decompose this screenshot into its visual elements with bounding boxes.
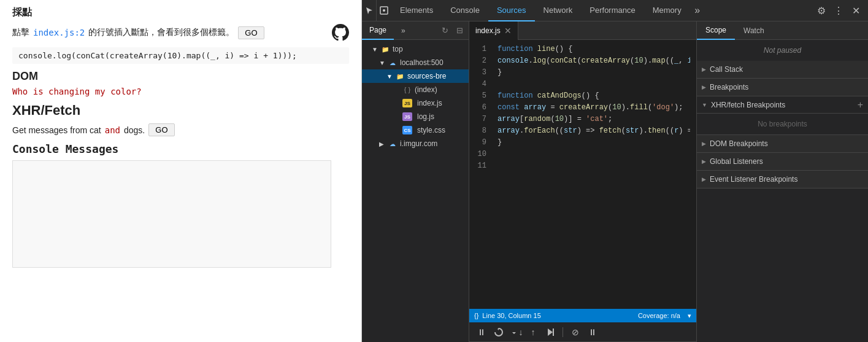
tab-network[interactable]: Network: [535, 0, 582, 21]
global-listeners-section: ▶ Global Listeners: [697, 153, 868, 171]
devtools-topbar: Elements Console Sources Network Perform…: [362, 0, 868, 21]
svg-point-1: [383, 9, 385, 12]
line-num-6: 6: [469, 102, 491, 114]
tab-sources[interactable]: Sources: [488, 0, 535, 21]
coverage-dropdown-icon[interactable]: ▾: [688, 312, 691, 320]
who-line: Who is changing my color?: [12, 87, 349, 96]
line-num-11: 11: [469, 160, 491, 172]
line-num-1: 1: [469, 44, 491, 55]
page-tab[interactable]: Page: [362, 21, 394, 40]
tree-content: ▼ 📁 top ▼ ☁ localhost:500 ▼ 📁 sources-br…: [362, 40, 469, 342]
devtools-panel: Elements Console Sources Network Perform…: [362, 0, 868, 342]
add-xhr-breakpoint-button[interactable]: +: [858, 99, 863, 111]
step-out-button[interactable]: ↑: [526, 325, 540, 340]
tree-item-top[interactable]: ▼ 📁 top: [362, 42, 469, 56]
code-editor: 1 2 3 4 5 6 7 8 9 10 11 function line() …: [469, 40, 696, 309]
code-line-2: console.log(conCat(createArray(10).map((…: [497, 55, 684, 67]
xhr-arrow: ▼: [702, 102, 707, 108]
get-text2: dogs.: [124, 125, 145, 135]
close-devtools-button[interactable]: ✕: [848, 3, 863, 18]
tab-performance[interactable]: Performance: [581, 0, 643, 21]
dom-breakpoints-header[interactable]: ▶ DOM Breakpoints: [697, 135, 868, 152]
status-left: {} Line 30, Column 15: [474, 312, 541, 319]
position-label: Line 30, Column 15: [482, 312, 540, 319]
tree-item-style-css[interactable]: CS style.css: [362, 123, 469, 137]
tree-item-localhost[interactable]: ▼ ☁ localhost:500: [362, 56, 469, 69]
line-num-7: 7: [469, 114, 491, 125]
inspect-icon[interactable]: [377, 0, 391, 21]
tab-console[interactable]: Console: [442, 0, 488, 21]
deactivate-breakpoints-button[interactable]: ⊘: [568, 325, 583, 340]
sync-icon[interactable]: ↻: [438, 24, 451, 37]
scope-tab[interactable]: Scope: [697, 21, 735, 40]
code-tab-index-js[interactable]: index.js ✕: [469, 21, 518, 40]
code-line-6: const array = createArray(10).fill('dog'…: [497, 102, 684, 114]
close-tab-icon[interactable]: ✕: [504, 26, 512, 35]
step-into-button[interactable]: ↓: [509, 325, 523, 340]
more-tabs-button[interactable]: »: [690, 3, 705, 18]
console-messages-title: Console Messages: [12, 142, 349, 155]
code-line-9: }: [497, 137, 684, 149]
click-text2: 的行號插入斷點，會看到很多個標籤。: [88, 27, 234, 38]
line-num-3: 3: [469, 67, 491, 79]
code-line-10: [497, 149, 684, 160]
settings-icon[interactable]: ⚙: [814, 3, 829, 18]
get-text1: Get messages from cat: [12, 125, 101, 135]
call-stack-header[interactable]: ▶ Call Stack: [697, 61, 868, 78]
dom-section-title: DOM: [12, 70, 349, 83]
status-right: Coverage: n/a ▾: [638, 312, 691, 320]
xhr-breakpoints-content: No breakpoints: [697, 114, 868, 134]
cursor-icon[interactable]: [362, 0, 377, 21]
code-line-11: [497, 160, 684, 172]
sources-area: Page » ↻ ⊟ ▼ 📁 top ▼: [362, 21, 868, 342]
get-messages-line: Get messages from cat and dogs. GO: [12, 123, 349, 136]
gl-arrow: ▶: [702, 158, 706, 165]
code-content[interactable]: function line() { console.log(conCat(cre…: [491, 40, 690, 309]
more-file-tabs[interactable]: »: [394, 21, 413, 40]
tree-item-index-js[interactable]: JS index.js: [362, 96, 469, 110]
code-line-1: function line() {: [497, 44, 684, 55]
and-word: and: [105, 125, 120, 135]
file-tree-tabs: Page » ↻ ⊟: [362, 21, 469, 40]
new-folder-icon[interactable]: ⊟: [453, 24, 466, 37]
pretty-print-icon[interactable]: {}: [474, 312, 478, 319]
global-listeners-header[interactable]: ▶ Global Listeners: [697, 153, 868, 170]
tab-elements[interactable]: Elements: [391, 0, 442, 21]
tree-item-index-html[interactable]: { } (index): [362, 83, 469, 96]
watch-tab[interactable]: Watch: [735, 21, 773, 40]
go-button-1[interactable]: GO: [238, 26, 264, 39]
tree-item-imgur[interactable]: ▶ ☁ i.imgur.com: [362, 137, 469, 150]
click-text1: 點擊: [12, 27, 29, 38]
line-num-9: 9: [469, 137, 491, 149]
click-instruction: 點擊 index.js:2 的行號插入斷點，會看到很多個標籤。 GO: [12, 24, 349, 41]
no-breakpoints-label: No breakpoints: [702, 116, 863, 132]
line-num-8: 8: [469, 125, 491, 137]
breakpoints-header[interactable]: ▶ Breakpoints: [697, 79, 868, 96]
debug-separator-1: [563, 327, 563, 337]
code-tabs: index.js ✕: [469, 21, 696, 40]
right-panels: Scope Watch Not paused ▶ Call Stack ▶ B: [696, 21, 868, 342]
step-over-button[interactable]: [491, 325, 506, 340]
xhr-breakpoints-header[interactable]: ▼ XHR/fetch Breakpoints +: [697, 96, 868, 114]
kebab-menu-icon[interactable]: ⋮: [831, 3, 846, 18]
page-title-zh: 採點: [12, 6, 349, 19]
event-listener-header[interactable]: ▶ Event Listener Breakpoints: [697, 171, 868, 188]
line-num-10: 10: [469, 149, 491, 160]
scrollbar[interactable]: [690, 40, 696, 309]
call-stack-section: ▶ Call Stack: [697, 61, 868, 79]
index-js-link[interactable]: index.js:2: [33, 28, 85, 37]
continue-button[interactable]: [543, 325, 558, 340]
code-line-8: array.forEach((str) => fetch(str).then((…: [497, 125, 684, 137]
debug-toolbar: ⏸ ↓ ↑: [469, 322, 696, 342]
dom-breakpoints-section: ▶ DOM Breakpoints: [697, 135, 868, 153]
pause-on-exceptions-button[interactable]: ⏸: [585, 325, 600, 340]
code-line-3: }: [497, 67, 684, 79]
tree-item-log-js[interactable]: JS log.js: [362, 110, 469, 123]
tree-item-sources-bre[interactable]: ▼ 📁 sources-bre: [362, 69, 469, 83]
line-num-2: 2: [469, 55, 491, 67]
go-button-2[interactable]: GO: [148, 123, 174, 136]
svg-rect-2: [553, 328, 554, 336]
line-num-4: 4: [469, 79, 491, 90]
pause-resume-button[interactable]: ⏸: [474, 325, 489, 340]
tab-memory[interactable]: Memory: [644, 0, 690, 21]
